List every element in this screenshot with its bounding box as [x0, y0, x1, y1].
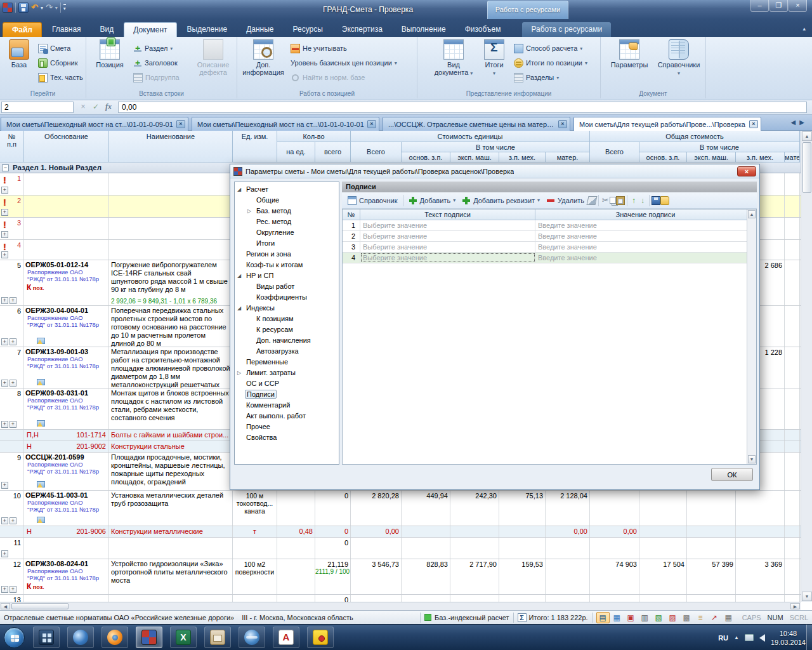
- tree-expander-icon[interactable]: ▷: [247, 206, 251, 216]
- tab-scroll-arrows[interactable]: ◀▶: [791, 119, 808, 126]
- signature-text-cell[interactable]: Выберите значение: [360, 242, 535, 252]
- expand-icon[interactable]: +: [10, 421, 16, 428]
- expand-icon[interactable]: +: [1, 517, 8, 524]
- signature-row[interactable]: 2Выберите значениеВведите значение: [343, 231, 756, 242]
- view-mode-icon-1[interactable]: ▤: [596, 612, 610, 623]
- undo-icon[interactable]: ↶: [31, 3, 38, 13]
- expand-icon[interactable]: +: [10, 297, 16, 304]
- minimize-button[interactable]: –: [750, 0, 769, 12]
- scroll-up-icon[interactable]: ▲: [748, 210, 756, 218]
- signature-value-cell[interactable]: Введите значение: [535, 231, 756, 241]
- taskbar-browser[interactable]: [67, 627, 94, 648]
- signature-row[interactable]: 3Выберите значениеВведите значение: [343, 242, 756, 253]
- tree-item[interactable]: Комментарий: [235, 400, 339, 411]
- ribbon-tab[interactable]: Ресурсы: [284, 22, 332, 37]
- tree-item[interactable]: Общие: [235, 195, 339, 206]
- expand-icon[interactable]: +: [1, 338, 8, 345]
- expand-icon[interactable]: +: [10, 586, 16, 593]
- smeta-button[interactable]: Смета: [38, 42, 70, 55]
- tree-item[interactable]: ◢Индексы: [235, 303, 339, 314]
- tree-expander-icon[interactable]: ◢: [237, 184, 241, 195]
- signature-row[interactable]: 4Выберите значениеВведите значение: [343, 253, 756, 263]
- taskbar-browser-alt[interactable]: [239, 627, 265, 648]
- position-row[interactable]: 130: [0, 595, 801, 602]
- tree-item[interactable]: ▷Баз. метод: [235, 206, 339, 216]
- signature-text-cell[interactable]: Выберите значение: [360, 231, 535, 241]
- sections-button[interactable]: Разделы ▾: [514, 71, 559, 84]
- collapse-ribbon-icon[interactable]: ▴: [802, 25, 806, 32]
- tree-item[interactable]: ◢Расчет: [235, 184, 339, 195]
- taskbar-app-launcher[interactable]: [33, 627, 60, 648]
- ribbon-tab[interactable]: Документ: [124, 22, 176, 37]
- tree-expander-icon[interactable]: ◢: [237, 270, 241, 281]
- taskbar-firefox[interactable]: [102, 627, 128, 648]
- tree-item[interactable]: Автозагрузка: [235, 346, 339, 357]
- add-button[interactable]: Добавить ▾: [405, 195, 459, 206]
- references-button[interactable]: Справочники▾: [655, 39, 702, 77]
- vertical-scrollbar[interactable]: ▲ ▼: [801, 131, 812, 602]
- base-button[interactable]: База: [3, 39, 36, 69]
- expand-icon[interactable]: +: [1, 251, 8, 258]
- cut-icon[interactable]: ✂: [601, 196, 610, 205]
- maximize-button[interactable]: ❐: [769, 0, 788, 12]
- move-down-icon[interactable]: ↓: [638, 196, 647, 205]
- formula-value-field[interactable]: 0,00: [118, 102, 807, 113]
- expand-icon[interactable]: +: [1, 482, 8, 489]
- expand-icon[interactable]: +: [1, 421, 8, 428]
- document-tab[interactable]: Мои сметы\Пешеходный мост на ст...\01-01…: [192, 117, 379, 131]
- tree-item[interactable]: ОС и ССР: [235, 378, 339, 389]
- view-mode-icon-6[interactable]: ▨: [666, 612, 679, 623]
- tree-item[interactable]: Доп. начисления: [235, 335, 339, 346]
- ribbon-tab[interactable]: Выделение: [178, 22, 237, 37]
- taskbar-file-manager[interactable]: [204, 627, 231, 648]
- dialog-scrollbar[interactable]: ▲ ▼: [747, 209, 756, 464]
- tree-item[interactable]: Округление: [235, 227, 339, 238]
- parameters-button[interactable]: Параметры: [607, 39, 652, 69]
- document-tab[interactable]: Мои сметы\Для текущей работы\Прове...\Пр…: [573, 117, 761, 131]
- save-icon[interactable]: [18, 3, 29, 13]
- ribbon-tab[interactable]: Вид: [91, 22, 123, 37]
- dialog-titlebar[interactable]: Параметры сметы - Мои сметы\Для текущей …: [230, 164, 759, 178]
- scroll-right-icon[interactable]: ▶: [790, 603, 800, 609]
- tree-item[interactable]: К позициям: [235, 314, 339, 324]
- move-up-icon[interactable]: ↑: [629, 196, 638, 205]
- view-mode-icon-2[interactable]: ▦: [610, 612, 624, 623]
- tray-expand-icon[interactable]: ▲: [734, 635, 739, 640]
- tree-item[interactable]: ◢НР и СП: [235, 270, 339, 281]
- tree-item[interactable]: Регион и зона: [235, 249, 339, 260]
- scroll-thumb[interactable]: [802, 142, 811, 193]
- confirm-icon[interactable]: ✓: [90, 102, 102, 111]
- horizontal-scrollbar[interactable]: ◀ ▶: [0, 602, 801, 610]
- sbornik-button[interactable]: Сборник: [38, 56, 78, 69]
- ok-button[interactable]: ОК: [711, 468, 753, 481]
- add-requisite-button[interactable]: Добавить реквизит ▾: [459, 195, 543, 206]
- taskbar-grand-smeta[interactable]: [136, 627, 162, 648]
- expand-icon[interactable]: +: [1, 187, 8, 194]
- expand-icon[interactable]: +: [1, 380, 8, 387]
- position-row[interactable]: 12++ОЕРЖ30-08-024-01Распоряжение ОАО"РЖД…: [0, 559, 801, 595]
- signature-value-cell[interactable]: Введите значение: [535, 220, 756, 230]
- scroll-down-icon[interactable]: ▼: [748, 455, 756, 463]
- clear-icon[interactable]: [587, 196, 598, 205]
- scroll-down-icon[interactable]: ▼: [802, 592, 812, 601]
- network-icon[interactable]: [745, 634, 754, 641]
- ribbon-tab[interactable]: Выполнение: [393, 22, 455, 37]
- section-button[interactable]: +Раздел ▾: [133, 42, 173, 55]
- tree-item[interactable]: Виды работ: [235, 281, 339, 292]
- do-not-count-button[interactable]: Не учитывать: [291, 42, 347, 55]
- base-price-level-button[interactable]: Уровень базисных цен позиции ▾: [291, 56, 397, 69]
- expand-icon[interactable]: +: [10, 380, 16, 387]
- tree-expander-icon[interactable]: ◢: [237, 303, 241, 314]
- close-tab-icon[interactable]: ×: [558, 120, 567, 128]
- close-tab-icon[interactable]: ×: [367, 120, 376, 128]
- ribbon-tab[interactable]: Работа с ресурсами: [522, 22, 611, 37]
- expand-icon[interactable]: +: [1, 586, 8, 593]
- clock[interactable]: 10:48 19.03.2014: [771, 629, 806, 647]
- heading-button[interactable]: +Заголовок: [133, 56, 178, 69]
- collapse-icon[interactable]: −: [2, 164, 9, 171]
- expand-icon[interactable]: +: [1, 297, 8, 304]
- signature-value-cell[interactable]: Введите значение: [535, 253, 756, 263]
- tree-item[interactable]: Рес. метод: [235, 216, 339, 227]
- expand-icon[interactable]: +: [1, 550, 8, 557]
- signature-text-cell[interactable]: Выберите значение: [360, 220, 535, 230]
